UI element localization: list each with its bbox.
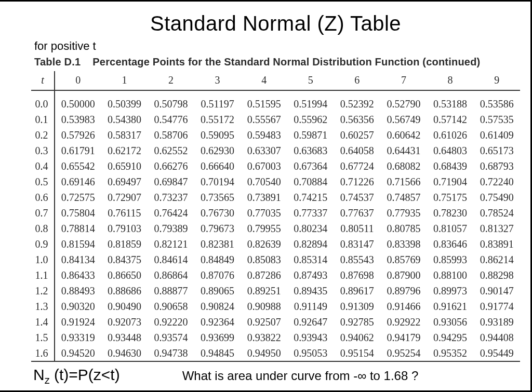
row-header: 0.2 — [31, 127, 55, 143]
table-row: 0.90.815940.818590.821210.823810.826390.… — [31, 236, 520, 252]
row-header: 1.5 — [31, 330, 55, 345]
table-cell: 0.67364 — [287, 158, 334, 174]
table-cell: 0.65173 — [473, 143, 520, 158]
table-cell: 0.59095 — [194, 127, 241, 143]
column-header: 8 — [427, 71, 474, 90]
z-table: t 0123456789 0.00.500000.503990.507980.5… — [31, 71, 520, 362]
row-header: 0.4 — [31, 158, 55, 174]
table-cell: 0.87900 — [380, 267, 427, 283]
table-row: 1.20.884930.886860.888770.890650.892510.… — [31, 283, 520, 299]
table-cell: 0.57142 — [427, 112, 474, 127]
table-cell: 0.88100 — [427, 267, 474, 283]
table-cell: 0.85083 — [241, 252, 287, 267]
table-cell: 0.92220 — [148, 314, 194, 330]
table-cell: 0.92785 — [334, 314, 381, 330]
table-cell: 0.79955 — [241, 221, 287, 236]
table-cell: 0.76115 — [101, 205, 148, 221]
table-cell: 0.55962 — [287, 112, 334, 127]
table-cell: 0.94630 — [101, 345, 148, 361]
table-cell: 0.95254 — [380, 345, 427, 361]
table-cell: 0.62930 — [194, 143, 241, 158]
table-cell: 0.54380 — [101, 112, 148, 127]
table-cell: 0.50000 — [55, 90, 101, 112]
table-cell: 0.81594 — [55, 236, 101, 252]
table-cell: 0.92073 — [101, 314, 148, 330]
table-cell: 0.85543 — [334, 252, 381, 267]
table-cell: 0.95053 — [287, 345, 334, 361]
table-cell: 0.77337 — [287, 205, 334, 221]
table-cell: 0.91149 — [287, 299, 334, 314]
table-cell: 0.90988 — [241, 299, 287, 314]
table-cell: 0.93574 — [148, 330, 194, 345]
column-header: 9 — [473, 71, 520, 90]
row-header: 0.1 — [31, 112, 55, 127]
table-cell: 0.73565 — [194, 190, 241, 205]
table-cell: 0.70194 — [194, 174, 241, 190]
corner-label: t — [31, 71, 55, 90]
table-cell: 0.61026 — [427, 127, 474, 143]
table-cell: 0.60257 — [334, 127, 381, 143]
table-cell: 0.84134 — [55, 252, 101, 267]
row-header: 0.9 — [31, 236, 55, 252]
row-header: 1.1 — [31, 267, 55, 283]
table-cell: 0.55567 — [241, 112, 287, 127]
table-cell: 0.87493 — [287, 267, 334, 283]
table-cell: 0.51197 — [194, 90, 241, 112]
table-cell: 0.89796 — [380, 283, 427, 299]
table-cell: 0.82381 — [194, 236, 241, 252]
column-header: 6 — [334, 71, 381, 90]
table-cell: 0.95154 — [334, 345, 381, 361]
table-cell: 0.82121 — [148, 236, 194, 252]
table-cell: 0.56749 — [380, 112, 427, 127]
table-cell: 0.53188 — [427, 90, 474, 112]
table-cell: 0.88493 — [55, 283, 101, 299]
table-row: 0.20.579260.583170.587060.590950.594830.… — [31, 127, 520, 143]
table-cell: 0.90824 — [194, 299, 241, 314]
table-cell: 0.85769 — [380, 252, 427, 267]
table-cell: 0.53983 — [55, 112, 101, 127]
table-cell: 0.94295 — [427, 330, 474, 345]
table-cell: 0.73237 — [148, 190, 194, 205]
table-cell: 0.87698 — [334, 267, 381, 283]
row-header: 0.7 — [31, 205, 55, 221]
table-cell: 0.64803 — [427, 143, 474, 158]
table-cell: 0.83646 — [427, 236, 474, 252]
table-cell: 0.81327 — [473, 221, 520, 236]
table-cell: 0.94950 — [241, 345, 287, 361]
table-cell: 0.64058 — [334, 143, 381, 158]
table-cell: 0.60642 — [380, 127, 427, 143]
table-cell: 0.89435 — [287, 283, 334, 299]
table-cell: 0.78230 — [427, 205, 474, 221]
table-cell: 0.79389 — [148, 221, 194, 236]
table-cell: 0.95352 — [427, 345, 474, 361]
table-row: 1.30.903200.904900.906580.908240.909880.… — [31, 299, 520, 314]
table-cell: 0.90147 — [473, 283, 520, 299]
table-cell: 0.89973 — [427, 283, 474, 299]
table-cell: 0.51994 — [287, 90, 334, 112]
table-cell: 0.61791 — [55, 143, 101, 158]
table-cell: 0.75490 — [473, 190, 520, 205]
table-cell: 0.74857 — [380, 190, 427, 205]
table-cell: 0.54776 — [148, 112, 194, 127]
table-cell: 0.80785 — [380, 221, 427, 236]
table-cell: 0.90490 — [101, 299, 148, 314]
table-row: 0.50.691460.694970.698470.701940.705400.… — [31, 174, 520, 190]
table-cell: 0.93319 — [55, 330, 101, 345]
table-cell: 0.71904 — [427, 174, 474, 190]
table-cell: 0.56356 — [334, 112, 381, 127]
question-text: What is area under curve from -∞ to 1.68… — [182, 369, 419, 383]
table-cell: 0.89251 — [241, 283, 287, 299]
table-cell: 0.84849 — [194, 252, 241, 267]
table-cell: 0.71566 — [380, 174, 427, 190]
table-cell: 0.68793 — [473, 158, 520, 174]
table-cell: 0.93056 — [427, 314, 474, 330]
table-cell: 0.62172 — [101, 143, 148, 158]
table-cell: 0.84375 — [101, 252, 148, 267]
table-cell: 0.94062 — [334, 330, 381, 345]
table-cell: 0.50798 — [148, 90, 194, 112]
table-cell: 0.87286 — [241, 267, 287, 283]
table-caption: Table D.1 Percentage Points for the Stan… — [34, 56, 520, 68]
table-cell: 0.86433 — [55, 267, 101, 283]
table-header-row: t 0123456789 — [31, 71, 520, 90]
table-cell: 0.81057 — [427, 221, 474, 236]
